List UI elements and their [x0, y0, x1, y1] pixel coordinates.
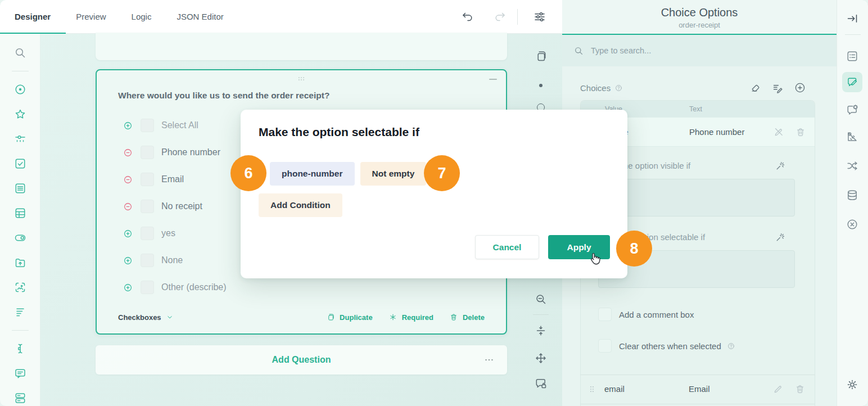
tagbox-icon[interactable] — [13, 182, 27, 195]
tab-json-editor[interactable]: JSON Editor — [177, 12, 223, 21]
tab-designer[interactable]: Designer — [15, 12, 51, 21]
feedback-lock-icon[interactable] — [534, 377, 548, 390]
form-settings-icon[interactable] — [846, 49, 859, 63]
remove-choice-icon[interactable] — [123, 202, 133, 211]
collapse-question-icon[interactable] — [489, 79, 497, 80]
zoom-out-icon[interactable] — [534, 292, 548, 306]
long-text-icon[interactable] — [13, 367, 27, 380]
surface-toolbar-divider — [533, 314, 549, 315]
multiple-text-icon[interactable] — [13, 391, 27, 405]
tab-logic[interactable]: Logic — [132, 12, 152, 21]
logic-shuffle-icon[interactable] — [846, 159, 859, 173]
add-choice-icon[interactable] — [123, 121, 133, 130]
question-title[interactable]: Where would you like us to send the orde… — [118, 91, 329, 101]
batch-edit-icon[interactable] — [772, 82, 784, 94]
condition-chip-question[interactable]: phone-number — [270, 162, 355, 186]
search-icon[interactable] — [13, 46, 27, 60]
gear-icon[interactable] — [846, 378, 859, 391]
choice-checkbox[interactable] — [141, 227, 154, 240]
add-condition-button[interactable]: Add Condition — [259, 193, 342, 217]
question-footer: Checkboxes DuplicateRequiredDelete — [118, 309, 485, 326]
choice-checkbox[interactable] — [141, 254, 154, 267]
edit-choice-icon[interactable] — [772, 384, 784, 395]
required-button[interactable]: Required — [388, 313, 433, 322]
checkbox-icon[interactable] — [13, 157, 27, 170]
choice-label[interactable]: Email — [161, 174, 184, 184]
wizard-icon[interactable] — [775, 160, 786, 172]
design-icon[interactable] — [846, 130, 859, 143]
circle-x-icon[interactable] — [846, 218, 859, 231]
choice-label[interactable]: yes — [161, 228, 175, 238]
delete-button[interactable]: Delete — [449, 313, 485, 322]
add-choice-icon[interactable] — [123, 229, 133, 238]
drag-handle-icon[interactable] — [587, 384, 597, 394]
page-indicator-dot[interactable] — [539, 84, 542, 87]
chat-gear-icon[interactable] — [846, 103, 859, 117]
toolbox — [0, 34, 40, 406]
choice-checkbox[interactable] — [141, 200, 154, 213]
image-picker-icon[interactable] — [13, 281, 27, 294]
question-actions: DuplicateRequiredDelete — [326, 313, 485, 322]
choices-section-header: Choices — [580, 80, 806, 95]
matrix-icon[interactable] — [13, 206, 27, 220]
choice-label[interactable]: Phone number — [161, 147, 220, 157]
trash-icon — [449, 313, 458, 322]
choice-text[interactable]: Phone number — [689, 127, 744, 137]
add-question-button[interactable]: Add Question — [96, 345, 507, 375]
add-choice-icon[interactable] — [123, 283, 133, 292]
database-icon[interactable] — [846, 188, 859, 202]
drag-surface-icon[interactable] — [534, 351, 548, 365]
ranking-icon[interactable] — [13, 305, 27, 319]
edit-chat-icon[interactable] — [842, 72, 862, 92]
help-icon[interactable] — [614, 84, 623, 92]
single-line-text-icon[interactable] — [13, 342, 27, 355]
choice-checkbox[interactable] — [141, 281, 154, 294]
add-comment-checkbox[interactable]: Add a comment box — [598, 308, 694, 321]
dropdown-icon[interactable] — [13, 132, 27, 146]
add-choice-icon[interactable] — [794, 82, 806, 94]
remove-choice-icon[interactable] — [123, 175, 133, 184]
checkbox[interactable] — [598, 339, 612, 353]
choice-text[interactable]: Email — [689, 384, 710, 394]
undo-icon[interactable] — [461, 10, 474, 24]
eraser-icon[interactable] — [750, 82, 762, 94]
search-input[interactable] — [591, 46, 776, 55]
copy-icon — [326, 313, 335, 322]
question-type-selector[interactable]: Checkboxes — [118, 313, 174, 322]
tab-preview[interactable]: Preview — [76, 12, 106, 21]
remove-choice-icon[interactable] — [123, 148, 133, 157]
asterisk-icon — [388, 313, 397, 322]
choice-label[interactable]: Select All — [161, 120, 198, 130]
file-upload-icon[interactable] — [13, 256, 27, 269]
condition-chip-operator[interactable]: Not empty — [360, 162, 427, 186]
toggle-icon[interactable] — [13, 231, 27, 245]
choice-label[interactable]: None — [161, 255, 183, 265]
radiogroup-icon[interactable] — [13, 83, 27, 96]
choice-label[interactable]: Other (describe) — [161, 282, 227, 292]
help-icon[interactable] — [727, 342, 735, 350]
choice-checkbox[interactable] — [141, 119, 154, 132]
checkbox[interactable] — [598, 308, 612, 321]
choice-label[interactable]: No receipt — [161, 201, 202, 211]
choice-value[interactable]: email — [604, 384, 625, 394]
edit-disabled-icon — [773, 127, 784, 138]
creator-tabs: Designer Preview Logic JSON Editor — [0, 12, 224, 21]
duplicate-page-icon[interactable] — [534, 49, 548, 63]
visible-if-input[interactable] — [598, 179, 795, 216]
collapse-questions-icon[interactable] — [534, 324, 548, 337]
add-choice-icon[interactable] — [123, 256, 133, 265]
clear-others-checkbox[interactable]: Clear others when selected — [598, 339, 735, 353]
drag-handle-icon[interactable] — [296, 74, 307, 84]
choice-checkbox[interactable] — [141, 173, 154, 186]
duplicate-button[interactable]: Duplicate — [326, 313, 373, 322]
delete-choice-icon[interactable] — [795, 127, 806, 138]
previous-question-card[interactable] — [96, 33, 507, 60]
choice-row-email[interactable]: email Email — [580, 375, 815, 404]
settings-sliders-icon[interactable] — [533, 10, 546, 24]
delete-choice-icon[interactable] — [794, 384, 806, 395]
rating-icon[interactable] — [13, 107, 27, 121]
choice-checkbox[interactable] — [141, 146, 154, 159]
wizard-icon[interactable] — [775, 231, 786, 243]
more-options-icon[interactable] — [483, 354, 495, 366]
cancel-button[interactable]: Cancel — [475, 235, 539, 259]
